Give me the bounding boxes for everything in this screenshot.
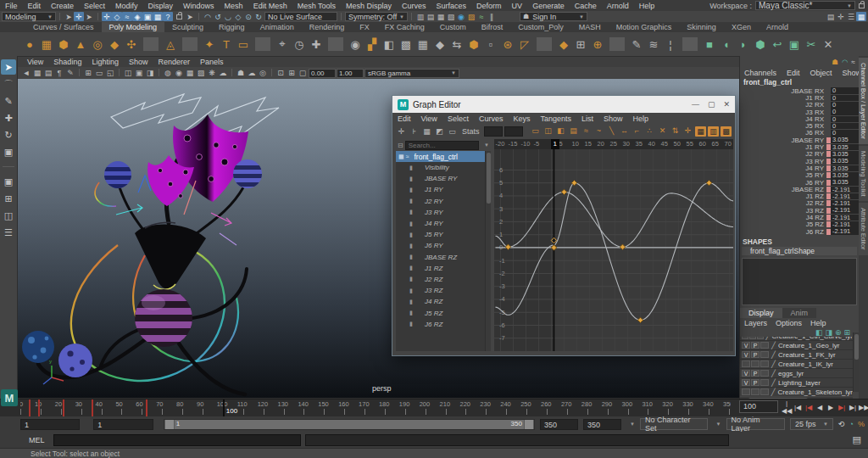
- snap-icon[interactable]: ◠: [203, 12, 213, 21]
- range-slider[interactable]: 1 350: [164, 419, 535, 430]
- outliner-channel-item[interactable]: ▮ J1 RY: [396, 184, 491, 195]
- layer-color-swatch[interactable]: ╱: [765, 337, 771, 340]
- menu-item[interactable]: Surfaces: [431, 2, 472, 10]
- layer-display-type-box[interactable]: [760, 360, 769, 367]
- key-diamond[interactable]: [561, 189, 566, 194]
- layer-editor-tab[interactable]: Anim: [782, 308, 817, 318]
- menu-set-select[interactable]: Modeling ▼: [2, 12, 56, 21]
- fps-select[interactable]: 25 fps▼: [790, 418, 833, 430]
- shelf-tab[interactable]: Bifrost: [474, 22, 511, 32]
- outliner-channel-item[interactable]: ▮ J6 RY: [396, 240, 491, 251]
- selection-mask-icon[interactable]: ≈: [122, 12, 132, 21]
- tangent-toolbar-icon[interactable]: ∴: [644, 126, 655, 137]
- layer-row[interactable]: V P ╱ Creature_1_FK_lyr: [740, 350, 853, 360]
- playback-button[interactable]: ▶|: [837, 404, 847, 411]
- time-slider-ruler[interactable]: 0102030405060708090100110120130140150160…: [20, 399, 731, 417]
- outliner-channel-item[interactable]: ▮ J3 RZ: [396, 285, 491, 296]
- shelf-tab[interactable]: Animation: [253, 22, 302, 32]
- channel-value-field[interactable]: 0: [831, 130, 859, 137]
- snap-icon[interactable]: ⊙: [243, 12, 253, 21]
- layer-editor-tab[interactable]: Display: [740, 308, 782, 318]
- panel-toolbar-icon[interactable]: ⊞: [83, 69, 93, 78]
- menu-item[interactable]: Edit: [23, 2, 47, 10]
- shelf-tab[interactable]: Custom: [432, 22, 474, 32]
- channel-visibility-icon[interactable]: ▮: [409, 265, 418, 271]
- graph-editor-plot-area[interactable]: -20-15-10-55101520253035404550556065701 …: [494, 139, 733, 351]
- shelf-tool-icon[interactable]: ▲: [73, 36, 88, 53]
- shelf-tool-icon[interactable]: [537, 37, 552, 51]
- channel-value-field[interactable]: 0: [831, 116, 859, 123]
- panel-toolbar-icon[interactable]: ¶: [54, 69, 64, 78]
- outliner-channel-item[interactable]: ▮ J2 RY: [396, 196, 491, 207]
- shelf-tab[interactable]: Motion Graphics: [609, 22, 680, 32]
- channel-value-field[interactable]: -2.191: [831, 193, 859, 200]
- menu-item[interactable]: Mesh Display: [341, 2, 397, 10]
- shelf-tool-icon[interactable]: ▭: [236, 36, 251, 53]
- channel-value-field[interactable]: -2.191: [831, 187, 859, 193]
- layer-playback-toggle[interactable]: P: [751, 351, 760, 358]
- channel-box-header-icon[interactable]: ☗: [832, 58, 838, 66]
- sidebar-toggle-icon[interactable]: ✛: [836, 12, 846, 21]
- script-editor-icon[interactable]: ▤: [853, 434, 861, 445]
- panel-toolbar-icon[interactable]: ◎: [258, 69, 268, 78]
- panel-menu-item[interactable]: View: [23, 58, 47, 66]
- layer-editor-menu-item[interactable]: Options: [771, 319, 806, 327]
- layer-row[interactable]: V P ╱ Lighting_layer: [740, 378, 853, 388]
- render-icon[interactable]: ▦: [436, 12, 446, 21]
- panel-toolbar-icon[interactable]: ☁: [218, 69, 228, 78]
- tool-icon[interactable]: ➤: [1, 59, 16, 75]
- outliner-channel-item[interactable]: ▮ J3 RY: [396, 207, 491, 218]
- channel-value-field[interactable]: 3.035: [831, 165, 859, 172]
- search-input[interactable]: [405, 141, 479, 150]
- channel-visibility-icon[interactable]: ▮: [409, 176, 418, 182]
- graph-time-ruler[interactable]: -20-15-10-55101520253035404550556065701: [494, 139, 733, 149]
- outliner-channel-item[interactable]: ▮ J4 RY: [396, 218, 491, 229]
- graph-curves[interactable]: 6543210-1-2-3-4-5-6-7: [494, 149, 733, 351]
- channel-value-field[interactable]: 0: [831, 123, 859, 130]
- channel-box-object-name[interactable]: front_flag_ctrl: [740, 78, 859, 87]
- sidebar-toggle-icon[interactable]: ▦: [856, 12, 866, 21]
- channel-visibility-icon[interactable]: ▮: [409, 299, 418, 305]
- snap-icon[interactable]: ◡: [223, 12, 233, 21]
- shelf-tool-icon[interactable]: ◗: [736, 36, 751, 53]
- shelf-tab[interactable]: Curves / Surfaces: [25, 22, 102, 32]
- selection-mask-icon[interactable]: ▦: [153, 12, 163, 21]
- menu-item[interactable]: File: [0, 2, 23, 10]
- panel-menu-item[interactable]: Renderer: [153, 58, 194, 66]
- menu-item[interactable]: Mesh: [220, 2, 248, 10]
- channel-value-field[interactable]: 3.035: [831, 179, 859, 186]
- channel-row[interactable]: J6 RZ -2.191: [740, 228, 859, 235]
- channel-visibility-icon[interactable]: ▮: [409, 221, 418, 227]
- shelf-tool-icon[interactable]: ≋: [646, 36, 661, 53]
- panel-toolbar-icon[interactable]: [159, 69, 159, 76]
- snap-icon[interactable]: ◇: [233, 12, 243, 21]
- channel-value-field[interactable]: 0: [831, 102, 859, 109]
- shelf-tool-icon[interactable]: ✚: [309, 36, 324, 53]
- key-diamond[interactable]: [706, 180, 711, 185]
- layer-color-swatch[interactable]: ╱: [770, 360, 777, 368]
- live-surface-field[interactable]: No Live Surface: [264, 12, 337, 21]
- shelf-tab[interactable]: Poly Modeling: [102, 22, 165, 32]
- view-transform-select[interactable]: sRGB gamma ▼: [364, 69, 459, 78]
- panel-menu-item[interactable]: Show: [125, 58, 153, 66]
- shelf-tool-icon[interactable]: ◆: [556, 36, 571, 53]
- playback-button[interactable]: ▶▶|: [859, 404, 868, 411]
- channel-visibility-icon[interactable]: ▮: [409, 310, 418, 316]
- layer-display-type-box[interactable]: [760, 342, 769, 349]
- layer-visibility-toggle[interactable]: [742, 388, 750, 395]
- shelf-tab[interactable]: Custom_Poly: [510, 22, 571, 32]
- render-icon[interactable]: ▧: [446, 12, 456, 21]
- panel-toolbar-icon[interactable]: ▢: [298, 69, 308, 78]
- graph-editor-menu-item[interactable]: Select: [442, 114, 474, 123]
- panel-toolbar-icon[interactable]: ▨: [196, 69, 206, 78]
- layer-editor-menu-item[interactable]: Help: [806, 319, 831, 327]
- shelf-tool-icon[interactable]: ▩: [398, 36, 414, 53]
- highlight-selection-icon[interactable]: ➤: [185, 12, 195, 21]
- channel-value-field[interactable]: 0: [831, 109, 859, 115]
- panel-toolbar-icon[interactable]: [79, 69, 80, 76]
- layer-row[interactable]: V P ╱ Creature_1_Geo_lyr: [740, 341, 853, 350]
- shelf-tool-icon[interactable]: ▣: [787, 36, 802, 53]
- playback-button[interactable]: ▶|: [848, 404, 858, 411]
- render-icon[interactable]: ▨: [466, 12, 476, 21]
- render-icon[interactable]: ◉: [456, 12, 466, 21]
